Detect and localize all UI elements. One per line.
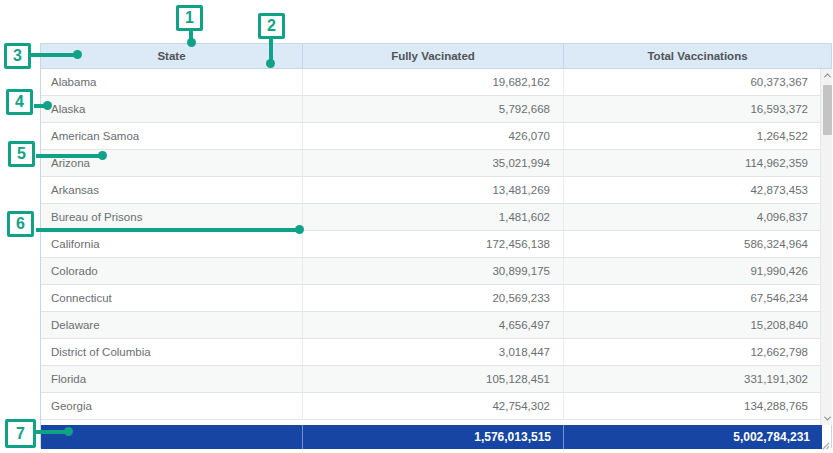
fully-vacinated-cell[interactable]: 172,456,138 bbox=[303, 231, 564, 257]
annotation-number: 5 bbox=[8, 141, 35, 167]
table-row[interactable]: Alabama 19,682,162 60,373,367 bbox=[41, 69, 831, 96]
fully-vacinated-cell[interactable]: 426,070 bbox=[303, 123, 564, 149]
table-row[interactable]: Arkansas 13,481,269 42,873,453 bbox=[41, 177, 831, 204]
scroll-up-button[interactable] bbox=[821, 69, 833, 82]
annotation-number: 6 bbox=[7, 211, 34, 237]
vertical-scrollbar[interactable] bbox=[820, 69, 832, 425]
fully-vacinated-cell[interactable]: 13,481,269 bbox=[303, 177, 564, 203]
table-body: Alabama 19,682,162 60,373,367 Alaska 5,7… bbox=[41, 69, 831, 420]
state-cell[interactable]: American Samoa bbox=[41, 123, 303, 149]
state-cell[interactable]: Florida bbox=[41, 366, 303, 392]
annotation-connector-dot bbox=[187, 38, 196, 47]
fully-vacinated-cell[interactable]: 1,481,602 bbox=[303, 204, 564, 230]
fully-vacinated-cell[interactable]: 35,021,994 bbox=[303, 150, 564, 176]
totals-total-vaccinations: 5,002,784,231 bbox=[564, 425, 822, 449]
fully-vacinated-cell[interactable]: 42,754,302 bbox=[303, 393, 564, 419]
annotation-connector-dot bbox=[98, 151, 107, 160]
annotation-connector-dot bbox=[266, 59, 275, 68]
state-cell[interactable]: Delaware bbox=[41, 312, 303, 338]
table-row[interactable]: Connecticut 20,569,233 67,546,234 bbox=[41, 285, 831, 312]
annotation-connector-line bbox=[30, 53, 78, 57]
state-cell[interactable]: Arkansas bbox=[41, 177, 303, 203]
totals-fully-vacinated: 1,576,013,515 bbox=[303, 425, 564, 449]
fully-vacinated-cell[interactable]: 105,128,451 bbox=[303, 366, 564, 392]
state-cell[interactable]: Bureau of Prisons bbox=[41, 204, 303, 230]
annotation-connector-line bbox=[36, 228, 300, 232]
total-vaccinations-cell[interactable]: 1,264,522 bbox=[564, 123, 831, 149]
total-vaccinations-cell[interactable]: 91,990,426 bbox=[564, 258, 831, 284]
column-header-total-vaccinations[interactable]: Total Vaccinations bbox=[564, 44, 831, 68]
fully-vacinated-cell[interactable]: 30,899,175 bbox=[303, 258, 564, 284]
table-row[interactable]: Arizona 35,021,994 114,962,359 bbox=[41, 150, 831, 177]
column-header-fully-vacinated[interactable]: Fully Vacinated bbox=[303, 44, 564, 68]
total-vaccinations-cell[interactable]: 16,593,372 bbox=[564, 96, 831, 122]
scrollbar-thumb[interactable] bbox=[823, 85, 832, 135]
state-cell[interactable]: District of Columbia bbox=[41, 339, 303, 365]
annotation-connector-dot bbox=[73, 50, 82, 59]
state-cell[interactable]: Alabama bbox=[41, 69, 303, 95]
table-header-row: State Fully Vacinated Total Vaccinations bbox=[41, 44, 831, 69]
total-vaccinations-cell[interactable]: 42,873,453 bbox=[564, 177, 831, 203]
annotation-connector-dot bbox=[43, 101, 52, 110]
annotation-connector-dot bbox=[295, 225, 304, 234]
annotation-connector-dot bbox=[64, 427, 73, 436]
total-vaccinations-cell[interactable]: 4,096,837 bbox=[564, 204, 831, 230]
total-vaccinations-cell[interactable]: 60,373,367 bbox=[564, 69, 831, 95]
vaccination-data-table: State Fully Vacinated Total Vaccinations… bbox=[40, 43, 832, 448]
table-row[interactable]: Delaware 4,656,497 15,208,840 bbox=[41, 312, 831, 339]
table-row[interactable]: American Samoa 426,070 1,264,522 bbox=[41, 123, 831, 150]
totals-state-cell bbox=[41, 425, 303, 449]
fully-vacinated-cell[interactable]: 4,656,497 bbox=[303, 312, 564, 338]
fully-vacinated-cell[interactable]: 5,792,668 bbox=[303, 96, 564, 122]
table-row[interactable]: District of Columbia 3,018,447 12,662,79… bbox=[41, 339, 831, 366]
table-row[interactable]: Colorado 30,899,175 91,990,426 bbox=[41, 258, 831, 285]
state-cell[interactable]: Colorado bbox=[41, 258, 303, 284]
annotation-number: 2 bbox=[258, 13, 285, 39]
total-vaccinations-cell[interactable]: 15,208,840 bbox=[564, 312, 831, 338]
total-vaccinations-cell[interactable]: 67,546,234 bbox=[564, 285, 831, 311]
table-row[interactable]: Georgia 42,754,302 134,288,765 bbox=[41, 393, 831, 420]
fully-vacinated-cell[interactable]: 19,682,162 bbox=[303, 69, 564, 95]
annotation-number: 4 bbox=[6, 89, 33, 115]
annotation-number: 3 bbox=[4, 43, 31, 69]
table-row[interactable]: Florida 105,128,451 331,191,302 bbox=[41, 366, 831, 393]
screenshot-root: { "table": { "columns": ["State", "Fully… bbox=[0, 0, 833, 453]
state-cell[interactable]: Alaska bbox=[41, 96, 303, 122]
total-vaccinations-cell[interactable]: 12,662,798 bbox=[564, 339, 831, 365]
table-row[interactable]: Bureau of Prisons 1,481,602 4,096,837 bbox=[41, 204, 831, 231]
total-vaccinations-cell[interactable]: 134,288,765 bbox=[564, 393, 831, 419]
totals-row: 1,576,013,515 5,002,784,231 bbox=[41, 425, 822, 449]
state-cell[interactable]: Connecticut bbox=[41, 285, 303, 311]
scroll-down-button[interactable] bbox=[821, 412, 833, 425]
chevron-down-icon bbox=[823, 414, 830, 421]
total-vaccinations-cell[interactable]: 586,324,964 bbox=[564, 231, 831, 257]
total-vaccinations-cell[interactable]: 114,962,359 bbox=[564, 150, 831, 176]
fully-vacinated-cell[interactable]: 20,569,233 bbox=[303, 285, 564, 311]
table-row[interactable]: California 172,456,138 586,324,964 bbox=[41, 231, 831, 258]
fully-vacinated-cell[interactable]: 3,018,447 bbox=[303, 339, 564, 365]
total-vaccinations-cell[interactable]: 331,191,302 bbox=[564, 366, 831, 392]
annotation-number: 1 bbox=[176, 5, 203, 31]
state-cell[interactable]: California bbox=[41, 231, 303, 257]
annotation-number: 7 bbox=[5, 419, 36, 448]
annotation-connector-line bbox=[36, 154, 103, 158]
table-row[interactable]: Alaska 5,792,668 16,593,372 bbox=[41, 96, 831, 123]
state-cell[interactable]: Georgia bbox=[41, 393, 303, 419]
chevron-up-icon bbox=[823, 73, 830, 80]
resize-grip-icon[interactable] bbox=[820, 436, 830, 446]
